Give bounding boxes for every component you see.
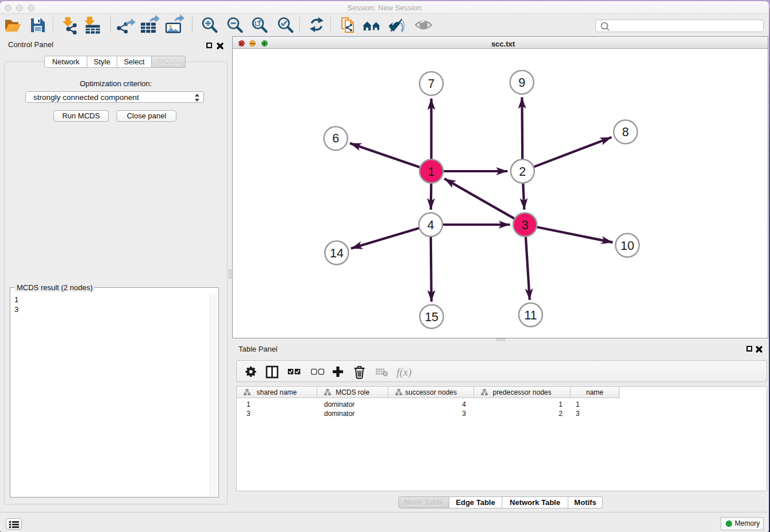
svg-text:7: 7 [428,77,435,91]
svg-text:11: 11 [524,309,537,322]
svg-text:14: 14 [330,246,344,260]
svg-text:2: 2 [519,165,526,179]
svg-text:1: 1 [428,165,435,179]
svg-text:15: 15 [425,310,438,324]
svg-text:f(x): f(x) [396,366,411,379]
svg-text:3: 3 [522,218,529,232]
svg-text:6: 6 [332,132,339,145]
svg-text:9: 9 [518,76,525,90]
svg-text:4: 4 [428,218,434,232]
svg-text:10: 10 [621,239,634,253]
svg-text:8: 8 [622,125,629,139]
